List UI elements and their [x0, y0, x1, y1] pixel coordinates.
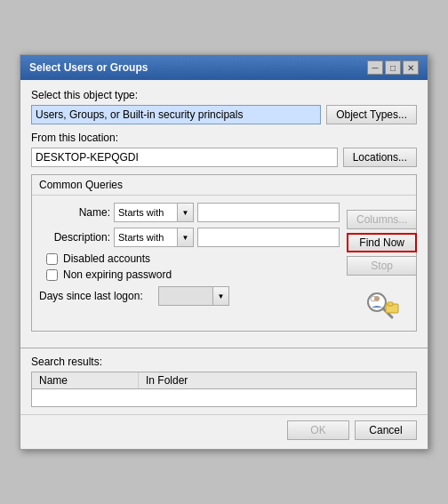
name-starts-with-dropdown[interactable]: Starts with ▼	[114, 203, 194, 222]
maximize-button[interactable]: □	[385, 60, 401, 75]
find-now-button[interactable]: Find Now	[347, 233, 417, 252]
common-queries-tab[interactable]: Common Queries	[32, 175, 416, 196]
results-header: Name In Folder	[32, 372, 416, 389]
days-label: Days since last logon:	[39, 290, 155, 302]
title-bar-buttons: ─ □ ✕	[367, 60, 419, 75]
results-table: Name In Folder	[31, 372, 417, 407]
svg-point-3	[374, 296, 380, 301]
minimize-button[interactable]: ─	[367, 60, 383, 75]
description-dropdown-arrow[interactable]: ▼	[177, 228, 193, 246]
results-col-folder: In Folder	[139, 372, 245, 388]
disabled-accounts-checkbox[interactable]	[46, 253, 58, 265]
common-queries-groupbox: Common Queries Name: Starts with ▼	[31, 174, 417, 332]
search-results-label: Search results:	[31, 356, 417, 368]
close-button[interactable]: ✕	[403, 60, 419, 75]
object-types-button[interactable]: Object Types...	[326, 105, 417, 124]
object-type-input[interactable]	[31, 105, 321, 124]
object-type-row: Object Types...	[31, 105, 417, 124]
description-starts-with-dropdown[interactable]: Starts with ▼	[114, 228, 194, 247]
location-row: Locations...	[31, 148, 417, 167]
search-icon	[361, 288, 404, 324]
select-users-dialog: Select Users or Groups ─ □ ✕ Select this…	[20, 54, 428, 450]
non-expiring-checkbox[interactable]	[46, 269, 58, 281]
description-search-input[interactable]	[197, 228, 340, 247]
results-col-name: Name	[32, 372, 139, 388]
ok-button[interactable]: OK	[287, 420, 349, 440]
days-dropdown[interactable]: ▼	[158, 286, 229, 306]
main-area: Name: Starts with ▼ Description: Start	[39, 203, 409, 324]
non-expiring-row: Non expiring password	[46, 268, 340, 281]
dialog-body: Select this object type: Object Types...…	[20, 80, 428, 348]
bottom-bar: Search results: Name In Folder	[20, 348, 428, 414]
disabled-accounts-row: Disabled accounts	[46, 252, 340, 265]
common-queries-content: Name: Starts with ▼ Description: Start	[32, 196, 416, 331]
svg-rect-5	[388, 302, 393, 306]
locations-button[interactable]: Locations...	[343, 148, 417, 167]
cancel-button[interactable]: Cancel	[355, 420, 417, 440]
name-starts-with-text: Starts with	[115, 205, 177, 220]
columns-button[interactable]: Columns...	[347, 210, 417, 229]
dialog-title: Select Users or Groups	[29, 61, 148, 74]
left-area: Name: Starts with ▼ Description: Start	[39, 203, 340, 324]
dialog-footer: OK Cancel	[20, 414, 428, 449]
name-row: Name: Starts with ▼	[39, 203, 340, 222]
name-dropdown-arrow[interactable]: ▼	[177, 204, 193, 221]
location-label: From this location:	[31, 132, 417, 144]
description-row: Description: Starts with ▼	[39, 228, 340, 247]
location-input[interactable]	[31, 148, 338, 167]
non-expiring-label: Non expiring password	[63, 268, 172, 281]
object-type-label: Select this object type:	[31, 89, 417, 101]
stop-button[interactable]: Stop	[347, 256, 417, 276]
name-label: Name:	[39, 206, 110, 219]
right-area: Columns... Find Now Stop	[340, 203, 417, 324]
disabled-accounts-label: Disabled accounts	[63, 252, 150, 265]
description-starts-with-text: Starts with	[115, 230, 177, 244]
title-bar: Select Users or Groups ─ □ ✕	[20, 55, 428, 80]
description-label: Description:	[39, 231, 110, 244]
search-illustration-area	[347, 288, 417, 324]
name-search-input[interactable]	[197, 203, 340, 222]
days-value-text	[159, 294, 212, 298]
days-dropdown-arrow[interactable]: ▼	[212, 287, 228, 305]
days-row: Days since last logon: ▼	[39, 286, 340, 306]
